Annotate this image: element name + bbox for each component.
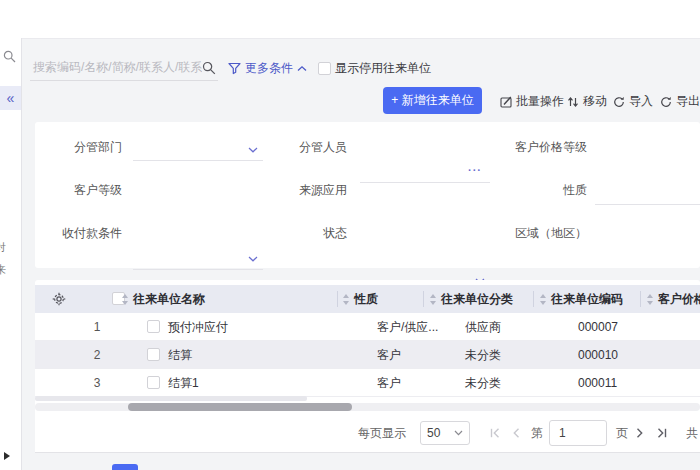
batch-operation-button[interactable]: 批量操作 <box>500 93 564 110</box>
cell-category: 供应商 <box>465 313 501 341</box>
import-button[interactable]: 导入 <box>613 93 653 110</box>
clipped-blue-button-fragment[interactable] <box>112 464 138 470</box>
first-page-button[interactable] <box>490 428 501 438</box>
column-header-category[interactable]: 往来单位分类 <box>441 285 513 313</box>
column-divider <box>337 291 338 307</box>
row-index: 3 <box>85 369 109 397</box>
more-filters-toggle[interactable]: 更多条件 <box>228 60 307 77</box>
column-header-name[interactable]: 往来单位名称 <box>133 285 205 313</box>
app-window: « 对 来 搜索编码/名称/简称/联系人/联系 更多条件 显示停用往来单位 + … <box>0 0 700 470</box>
cell-category: 未分类 <box>465 341 501 369</box>
column-header-code[interactable]: 往来单位编码 <box>551 285 623 313</box>
filter-label-payment-terms: 收付款条件 <box>40 225 122 242</box>
cell-code: 000011 <box>578 369 617 397</box>
row-checkbox[interactable] <box>147 348 160 361</box>
move-button[interactable]: 移动 <box>567 93 607 110</box>
row-checkbox[interactable] <box>147 320 160 333</box>
row-index: 1 <box>85 313 109 341</box>
cell-name: 预付冲应付 <box>168 313 228 341</box>
next-page-button[interactable] <box>636 428 644 438</box>
cell-nature: 客户 <box>377 341 401 369</box>
add-partner-button[interactable]: + 新增往来单位 <box>383 87 482 114</box>
sidebar-item-fragment[interactable]: 对 <box>0 240 6 255</box>
filter-label-customer-level: 客户等级 <box>40 182 122 199</box>
table-row[interactable]: 2 结算 客户 未分类 000010 <box>35 341 700 369</box>
filter-select-department[interactable] <box>133 139 263 161</box>
per-page-value: 50 <box>427 426 440 440</box>
chevron-down-icon <box>454 430 463 436</box>
filter-label-source-app: 来源应用 <box>270 182 347 199</box>
column-divider <box>640 291 641 307</box>
sort-icon <box>429 294 437 305</box>
column-divider <box>423 291 424 307</box>
filter-select-customer-level[interactable] <box>133 248 263 270</box>
cell-name: 结算1 <box>168 369 199 397</box>
edit-icon <box>500 96 512 108</box>
export-button[interactable]: 导出 <box>660 93 700 110</box>
batch-operation-label: 批量操作 <box>516 93 564 110</box>
chevron-down-icon <box>248 256 258 262</box>
export-refresh-icon <box>660 96 672 108</box>
export-label: 导出 <box>676 93 700 110</box>
cell-nature: 客户 <box>377 369 401 397</box>
table-row[interactable]: 3 结算1 客户 未分类 000011 <box>35 369 700 397</box>
row-index: 2 <box>85 341 109 369</box>
show-disabled-toggle[interactable]: 显示停用往来单位 <box>318 60 431 77</box>
filter-label-manager: 分管人员 <box>270 139 347 156</box>
filter-select-price-level[interactable] <box>595 183 700 205</box>
page-prefix-label: 第 <box>531 421 543 445</box>
chevron-down-icon <box>248 147 258 153</box>
cell-name: 结算 <box>168 341 192 369</box>
row-checkbox[interactable] <box>147 376 160 389</box>
move-label: 移动 <box>583 93 607 110</box>
filter-funnel-icon <box>228 62 241 75</box>
more-filters-label: 更多条件 <box>245 60 293 77</box>
sort-icon <box>342 294 350 305</box>
cell-nature: 客户/供应... <box>377 313 438 341</box>
filter-label-status: 状态 <box>270 225 347 242</box>
ellipsis-icon: ··· <box>468 164 482 176</box>
per-page-select[interactable]: 50 <box>420 421 470 445</box>
per-page-label: 每页显示 <box>358 421 406 445</box>
filter-label-nature: 性质 <box>490 182 587 199</box>
show-disabled-checkbox[interactable] <box>318 62 331 75</box>
filter-picker-manager[interactable]: ··· <box>360 161 490 183</box>
last-page-button[interactable] <box>656 428 667 438</box>
filter-label-price-level: 客户价格等级 <box>490 139 587 156</box>
search-placeholder: 搜索编码/名称/简称/联系人/联系 <box>30 59 202 76</box>
column-header-price-level[interactable]: 客户价格等级 <box>658 285 700 313</box>
total-count-label: 共 <box>686 421 698 445</box>
chevron-up-icon <box>297 65 307 72</box>
sidebar-item-fragment[interactable]: 来 <box>0 262 6 277</box>
search-icon[interactable] <box>202 61 218 75</box>
cell-category: 未分类 <box>465 369 501 397</box>
import-refresh-icon <box>613 96 625 108</box>
sort-icon <box>646 294 654 305</box>
show-disabled-label: 显示停用往来单位 <box>335 60 431 77</box>
sidebar-search-icon[interactable] <box>3 50 16 63</box>
horizontal-scrollbar-thumb[interactable] <box>128 403 352 411</box>
cell-code: 000007 <box>578 313 618 341</box>
page-suffix-label: 页 <box>616 421 628 445</box>
sidebar-sliver: « 对 来 <box>0 38 22 470</box>
cell-code: 000010 <box>578 341 618 369</box>
column-divider <box>533 291 534 307</box>
page-number-input[interactable]: 1 <box>549 420 607 446</box>
filter-label-region: 区域（地区） <box>490 225 587 242</box>
sort-icon <box>539 294 547 305</box>
column-header-nature[interactable]: 性质 <box>354 285 378 313</box>
move-arrows-icon <box>567 96 579 108</box>
partial-row-stripe <box>35 396 307 401</box>
page-number-value: 1 <box>559 426 566 440</box>
prev-page-button[interactable] <box>512 428 520 438</box>
table-row[interactable]: 1 预付冲应付 客户/供应... 供应商 000007 <box>35 313 700 341</box>
expand-arrow-icon[interactable] <box>4 452 10 460</box>
search-input[interactable]: 搜索编码/名称/简称/联系人/联系 <box>30 55 218 81</box>
filter-label-department: 分管部门 <box>40 139 122 156</box>
column-settings-gear-icon[interactable] <box>52 292 66 306</box>
import-label: 导入 <box>629 93 653 110</box>
sort-icon <box>121 294 129 305</box>
sidebar-collapse-button[interactable]: « <box>0 86 21 110</box>
